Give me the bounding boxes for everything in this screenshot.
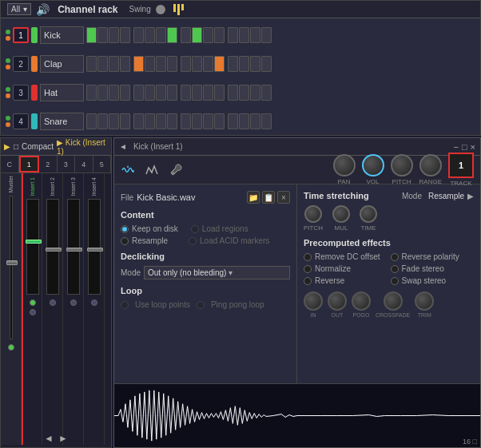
vol-knob[interactable]: [362, 154, 384, 176]
reverse-polarity-radio[interactable]: [391, 253, 399, 261]
beat-btn[interactable]: [97, 113, 108, 129]
pogo-knob[interactable]: [352, 291, 371, 311]
beat-btn[interactable]: [109, 113, 119, 129]
ch-name-clap[interactable]: Clap: [40, 55, 84, 73]
se-prev-arrow[interactable]: ◄: [119, 142, 127, 151]
beat-btn[interactable]: [156, 27, 166, 43]
master-send-dot[interactable]: [8, 344, 14, 351]
settings-tool[interactable]: [169, 163, 183, 177]
resample-radio[interactable]: [121, 237, 129, 245]
minimize-icon[interactable]: −: [453, 142, 458, 152]
in-knob[interactable]: [304, 291, 323, 311]
all-dropdown[interactable]: All ▾: [7, 3, 31, 15]
beat-btn[interactable]: [214, 56, 225, 72]
maximize-icon[interactable]: □: [462, 142, 467, 152]
load-regions-radio[interactable]: [191, 225, 199, 233]
beat-btn[interactable]: [250, 85, 260, 101]
beat-btn[interactable]: [181, 85, 191, 101]
insert1-send-dot[interactable]: [30, 299, 36, 306]
beat-btn[interactable]: [167, 27, 177, 43]
folder-icon[interactable]: 📁: [247, 191, 260, 204]
beat-btn[interactable]: [203, 113, 213, 129]
load-acid-radio[interactable]: [189, 237, 197, 245]
trim-knob[interactable]: [415, 291, 434, 311]
reverse-radio[interactable]: [304, 277, 312, 285]
ch-number-clap[interactable]: 2: [13, 56, 29, 72]
beat-btn[interactable]: [214, 113, 225, 129]
beat-btn[interactable]: [203, 56, 213, 72]
beat-btn[interactable]: [181, 27, 191, 43]
insert2-send-dot[interactable]: [50, 299, 56, 306]
beat-btn[interactable]: [214, 85, 225, 101]
mixer-tab-5[interactable]: 5: [93, 156, 112, 172]
beat-btn[interactable]: [181, 56, 191, 72]
mixer-tab-4[interactable]: 4: [75, 156, 93, 172]
beat-btn[interactable]: [261, 85, 272, 101]
beat-btn[interactable]: [214, 27, 225, 43]
ch-number-kick[interactable]: 1: [13, 27, 29, 43]
declicking-mode-select[interactable]: Out only (no bleeding) ▾: [144, 266, 290, 280]
beat-btn[interactable]: [192, 85, 202, 101]
beat-btn[interactable]: [239, 85, 249, 101]
insert3-fader-knob[interactable]: [66, 248, 82, 252]
swap-stereo-radio[interactable]: [391, 277, 399, 285]
beat-btn[interactable]: [192, 113, 202, 129]
beat-btn[interactable]: [97, 85, 108, 101]
crossfade-knob[interactable]: [384, 291, 403, 311]
beat-btn[interactable]: [261, 113, 272, 129]
beat-btn[interactable]: [145, 85, 155, 101]
mixer-left-arrow[interactable]: ◄: [44, 433, 54, 444]
beat-btn[interactable]: [192, 56, 202, 72]
pan-knob[interactable]: [333, 154, 356, 176]
mixer-tab-c[interactable]: C: [1, 156, 19, 172]
beat-btn[interactable]: [145, 56, 155, 72]
ch-name-snare[interactable]: Snare: [40, 113, 84, 130]
envelope-tool[interactable]: [145, 163, 159, 177]
ch-number-hat[interactable]: 3: [13, 85, 29, 101]
beat-btn[interactable]: [133, 27, 144, 43]
use-loop-radio[interactable]: [121, 301, 129, 309]
range-knob[interactable]: [419, 154, 442, 176]
beat-btn[interactable]: [133, 85, 144, 101]
normalize-radio[interactable]: [304, 265, 312, 273]
beat-btn[interactable]: [86, 27, 97, 43]
beat-btn[interactable]: [120, 27, 130, 43]
fade-stereo-radio[interactable]: [391, 265, 399, 273]
beat-btn[interactable]: [120, 113, 130, 129]
beat-btn[interactable]: [203, 85, 213, 101]
master-fader-knob[interactable]: [6, 260, 18, 265]
beat-btn[interactable]: [261, 27, 272, 43]
beat-btn[interactable]: [181, 113, 191, 129]
ts-time-knob[interactable]: [360, 205, 377, 223]
ch-name-hat[interactable]: Hat: [40, 84, 84, 101]
mixer-tab-2[interactable]: 2: [39, 156, 58, 172]
pitch-knob[interactable]: [391, 154, 413, 176]
ping-pong-radio[interactable]: [197, 301, 205, 309]
beat-btn[interactable]: [86, 56, 97, 72]
beat-btn[interactable]: [109, 27, 119, 43]
beat-btn[interactable]: [250, 113, 260, 129]
close-file-btn[interactable]: ×: [277, 191, 290, 204]
beat-btn[interactable]: [120, 56, 130, 72]
beat-btn[interactable]: [167, 56, 177, 72]
insert1-send-dot2[interactable]: [30, 309, 36, 315]
ts-mul-knob[interactable]: [332, 205, 350, 223]
mixer-right-arrow[interactable]: ►: [58, 433, 68, 444]
out-knob[interactable]: [328, 291, 347, 311]
beat-btn[interactable]: [120, 85, 130, 101]
ts-pitch-knob[interactable]: [304, 205, 322, 223]
beat-btn[interactable]: [228, 27, 238, 43]
beat-btn[interactable]: [97, 27, 108, 43]
paste-icon[interactable]: 📋: [262, 191, 275, 204]
beat-btn[interactable]: [109, 56, 119, 72]
keep-on-disk-radio[interactable]: [121, 225, 129, 233]
beat-btn[interactable]: [86, 85, 97, 101]
close-icon[interactable]: ×: [471, 142, 475, 152]
mixer-tab-3[interactable]: 3: [58, 156, 76, 172]
mixer-tab-1[interactable]: 1: [19, 156, 40, 172]
insert4-fader-knob[interactable]: [87, 248, 103, 252]
ch-name-kick[interactable]: Kick: [40, 26, 84, 44]
beat-btn[interactable]: [239, 56, 249, 72]
beat-btn[interactable]: [133, 113, 144, 129]
insert3-send-dot[interactable]: [70, 299, 77, 306]
